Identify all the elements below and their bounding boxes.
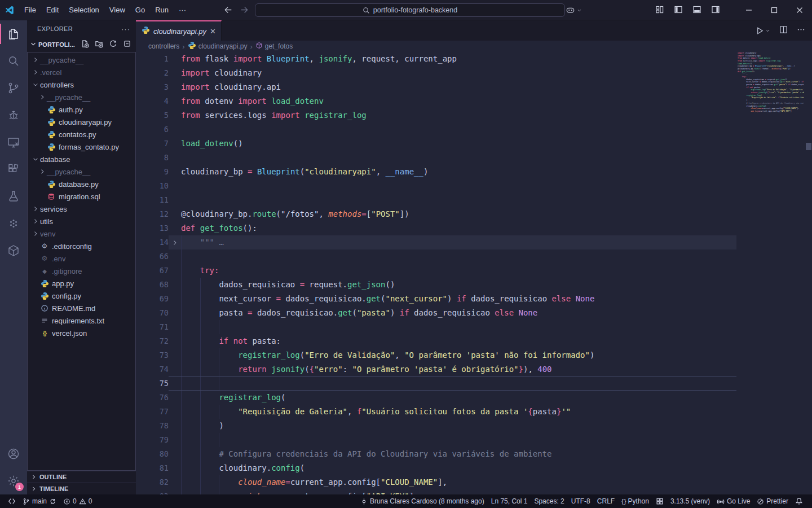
menu-edit[interactable]: Edit (41, 0, 64, 20)
status-notifications[interactable] (792, 494, 806, 508)
activity-source-control[interactable] (0, 75, 27, 102)
breadcrumb-get-fotos[interactable]: get_fotos (255, 42, 293, 51)
status-language-mode[interactable]: { }Python (618, 494, 652, 508)
tab-close-icon[interactable]: ✕ (210, 27, 216, 36)
tree-item-README-md[interactable]: README.md (28, 302, 135, 314)
tree-item-database[interactable]: database (28, 153, 135, 165)
tree-item-services[interactable]: services (28, 203, 135, 215)
status-env-manager[interactable] (652, 494, 667, 508)
code-line-73[interactable]: 73 registrar_log("Erro de Validação", "O… (136, 348, 812, 362)
tree-item--gitignore[interactable]: ◆.gitignore (28, 265, 135, 277)
code-line-12[interactable]: 12@cloudinary_bp.route("/fotos", methods… (136, 207, 812, 221)
activity-extensions[interactable] (0, 156, 27, 183)
code-line-81[interactable]: 81 cloudinary.config( (136, 461, 812, 475)
code-line-72[interactable]: 72 if not pasta: (136, 334, 812, 348)
breadcrumb-controllers[interactable]: controllers (148, 42, 179, 50)
code-line-6[interactable]: 6 (136, 122, 812, 137)
tree-item-requirements-txt[interactable]: requirements.txt (28, 314, 135, 327)
code-line-79[interactable]: 79 (136, 433, 812, 447)
code-line-3[interactable]: 3import cloudinary.api (136, 80, 812, 94)
code-line-74[interactable]: 74 return jsonify({"erro": "O parâmetro … (136, 362, 812, 376)
toggle-panel-icon[interactable] (692, 5, 701, 16)
activity-settings[interactable]: 1 (0, 467, 27, 494)
tree-item-utils[interactable]: utils (28, 215, 135, 227)
status-remote-indicator[interactable] (5, 494, 19, 508)
status-python-interpreter[interactable]: 3.13.5 (venv) (667, 494, 713, 508)
code-line-7[interactable]: 7load_dotenv() (136, 137, 812, 151)
new-folder-icon[interactable] (95, 40, 103, 50)
chevron-down-icon[interactable] (29, 40, 37, 50)
activity-testing[interactable] (0, 183, 27, 210)
split-editor-icon[interactable] (779, 25, 788, 36)
tab-cloudinaryapi[interactable]: cloudinaryapi.py ✕ (136, 20, 222, 41)
run-button[interactable] (756, 27, 770, 35)
tree-item-config-py[interactable]: config.py (28, 290, 135, 302)
activity-containers[interactable] (0, 237, 27, 264)
tree-item-controllers[interactable]: controllers (28, 78, 135, 91)
code-line-66[interactable]: 66 (136, 249, 812, 264)
code-line-1[interactable]: 1from flask import Blueprint, jsonify, r… (136, 52, 812, 66)
status-prettier[interactable]: Prettier (753, 494, 792, 508)
explorer-more-icon[interactable]: ··· (121, 25, 130, 33)
new-file-icon[interactable] (81, 40, 89, 50)
code-line-10[interactable]: 10 (136, 179, 812, 193)
activity-remote-explorer[interactable] (0, 129, 27, 156)
code-line-75[interactable]: 75 (136, 376, 812, 391)
tree-item-venv[interactable]: venv (28, 227, 135, 240)
menu-file[interactable]: File (19, 0, 41, 20)
more-actions-icon[interactable] (797, 25, 805, 36)
code-line-13[interactable]: 13def get_fotos(): (136, 221, 812, 235)
tree-item---pycache--[interactable]: __pycache__ (28, 165, 135, 178)
activity-ai-assistant[interactable] (0, 210, 27, 237)
refresh-icon[interactable] (109, 40, 117, 50)
activity-search[interactable] (0, 47, 27, 75)
minimize-button[interactable] (736, 0, 761, 20)
status-git-branch[interactable]: main (19, 494, 60, 508)
code-line-67[interactable]: 67 try: (136, 264, 812, 278)
status-problems[interactable]: 00 (60, 494, 95, 508)
code-line-14[interactable]: 14 """ … (136, 235, 812, 249)
activity-run-debug[interactable] (0, 102, 27, 129)
timeline-section[interactable]: TIMELINE (27, 483, 136, 494)
code-line-4[interactable]: 4from dotenv import load_dotenv (136, 94, 812, 108)
code-line-82[interactable]: 82 cloud_name=current_app.config["CLOUD_… (136, 475, 812, 489)
code-line-69[interactable]: 69 next_cursor = dados_requisicao.get("n… (136, 292, 812, 306)
tree-item-app-py[interactable]: app.py (28, 277, 135, 290)
breadcrumb-cloudinaryapi-py[interactable]: cloudinaryapi.py (188, 41, 248, 51)
code-line-80[interactable]: 80 # Configura credenciais da API do Clo… (136, 447, 812, 461)
code-line-77[interactable]: 77 "Requisição de Galeria", f"Usuário so… (136, 405, 812, 419)
activity-explorer[interactable] (0, 20, 27, 47)
code-line-83[interactable]: 83 api_key=current_app.config["API_KEY"] (136, 489, 812, 494)
menu-selection[interactable]: Selection (64, 0, 104, 20)
tree-item-cloudinaryapi-py[interactable]: cloudinaryapi.py (28, 116, 135, 128)
menu-view[interactable]: View (104, 0, 130, 20)
menu-run[interactable]: Run (150, 0, 174, 20)
tree-item-formas-contato-py[interactable]: formas_contato.py (28, 141, 135, 153)
tree-item--vercel[interactable]: .vercel (28, 66, 135, 78)
tree-item-database-py[interactable]: database.py (28, 178, 135, 190)
maximize-button[interactable] (761, 0, 787, 20)
code-line-9[interactable]: 9cloudinary_bp = Blueprint("cloudinaryap… (136, 165, 812, 179)
status-go-live[interactable]: Go Live (713, 494, 753, 508)
tree-item-contatos-py[interactable]: contatos.py (28, 128, 135, 141)
status-eol[interactable]: CRLF (594, 494, 618, 508)
tree-item---pycache--[interactable]: __pycache__ (28, 91, 135, 103)
code-line-8[interactable]: 8 (136, 151, 812, 165)
activity-accounts[interactable] (0, 440, 27, 467)
minimap[interactable]: from flask import Blueprint, jsonify, re… (738, 52, 804, 196)
tree-item--editorconfig[interactable]: ⚙.editorconfig (28, 240, 135, 252)
command-center-search[interactable]: portfolio-fotografo-backend (255, 3, 565, 17)
back-button[interactable] (223, 5, 232, 15)
toggle-sidebar-icon[interactable] (674, 5, 683, 16)
outline-section[interactable]: OUTLINE (27, 471, 136, 483)
close-button[interactable] (787, 0, 812, 20)
menu-[interactable]: ··· (174, 0, 191, 20)
code-line-71[interactable]: 71 (136, 320, 812, 334)
code-line-11[interactable]: 11 (136, 193, 812, 207)
status-commit-info[interactable]: Bruna Clares Cardoso (8 months ago) (357, 494, 488, 508)
tree-item-vercel-json[interactable]: {}vercel.json (28, 327, 135, 339)
copilot-icon[interactable] (566, 6, 582, 15)
code-line-68[interactable]: 68 dados_requisicao = request.get_json() (136, 278, 812, 292)
tree-item-migration-sql[interactable]: migration.sql (28, 190, 135, 203)
code-line-70[interactable]: 70 pasta = dados_requisicao.get("pasta")… (136, 306, 812, 320)
